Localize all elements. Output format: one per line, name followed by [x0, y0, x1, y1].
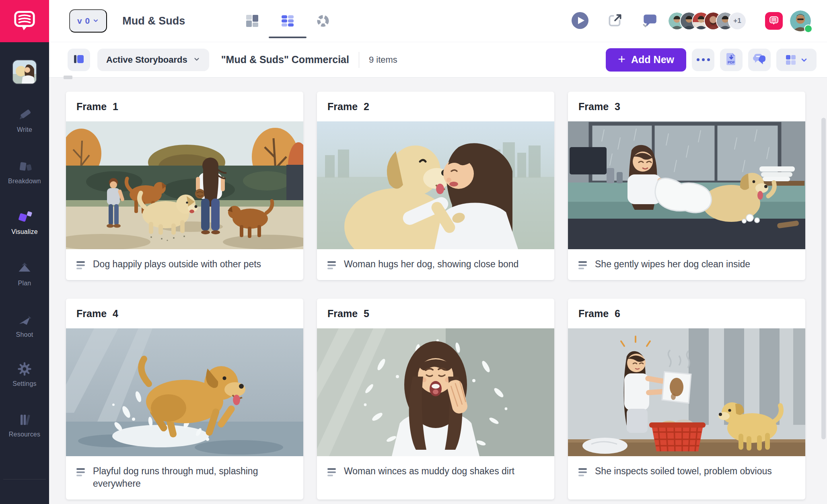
add-new-button[interactable]: + Add New: [606, 48, 686, 72]
sidebar-item-breakdown[interactable]: Breakdown: [0, 158, 49, 185]
frame-number: 3: [615, 101, 620, 113]
description-icon: [76, 258, 85, 269]
frame-label: Frame: [76, 308, 107, 320]
storyboards-dropdown[interactable]: Active Storyboards: [97, 49, 209, 71]
help-button[interactable]: [765, 12, 783, 30]
app-logo[interactable]: [0, 0, 49, 42]
comments-panel-button[interactable]: [748, 49, 771, 71]
frame-header: Frame 5: [317, 299, 554, 328]
sidebar-item-shoot[interactable]: Shoot: [0, 312, 49, 338]
storyboards-dropdown-label: Active Storyboards: [106, 55, 187, 65]
sidebar-item-label: Resources: [9, 431, 40, 438]
avatar-stack: +1: [669, 12, 746, 29]
sidebar-item-label: Shoot: [16, 331, 33, 338]
write-icon: [16, 107, 33, 123]
chevron-down-icon: [800, 56, 808, 64]
svg-text:PDF: PDF: [728, 60, 735, 64]
frame-caption[interactable]: Playful dog runs through mud, splashing …: [66, 456, 303, 500]
storyboard-card[interactable]: Frame 4: [66, 299, 303, 500]
app-root: Write Breakdown Visualize Plan Shoot: [0, 0, 827, 504]
frame-6-image[interactable]: [568, 328, 805, 456]
avatar-overflow-badge[interactable]: +1: [729, 12, 746, 29]
share-button[interactable]: [607, 12, 623, 30]
frame-caption-text: She gently wipes her dog clean inside: [595, 258, 750, 270]
frame-number: 1: [113, 101, 118, 113]
visualize-icon: [16, 209, 33, 225]
frame-number: 6: [615, 308, 620, 320]
frame-label: Frame: [327, 308, 358, 320]
grid-layout-dropdown[interactable]: [776, 49, 817, 71]
user-avatar[interactable]: [790, 10, 811, 31]
sidebar-item-visualize[interactable]: Visualize: [0, 209, 49, 236]
storyboard-card[interactable]: Frame 5: [317, 299, 554, 500]
sidebar-item-resources[interactable]: Resources: [0, 412, 49, 438]
frame-number: 4: [113, 308, 118, 320]
frame-number: 5: [364, 308, 369, 320]
plus-icon: +: [618, 53, 625, 66]
sidebar-divider: [3, 479, 46, 479]
frame-caption-text: She inspects soiled towel, problem obvio…: [595, 465, 772, 477]
online-status-dot: [805, 25, 812, 32]
shoot-icon: [16, 312, 33, 328]
toolbar-divider: [359, 52, 359, 68]
grid-view-icon[interactable]: [281, 14, 294, 28]
storyboard-card[interactable]: Frame 3: [568, 92, 805, 280]
comment-bubble-icon: [641, 12, 658, 30]
frame-caption[interactable]: Woman hugs her dog, showing close bond: [317, 249, 554, 280]
sidebar: Write Breakdown Visualize Plan Shoot: [0, 0, 49, 504]
sidebar-item-write[interactable]: Write: [0, 107, 49, 133]
frame-caption-text: Woman hugs her dog, showing close bond: [344, 258, 518, 270]
ellipsis-icon: [697, 58, 710, 61]
frame-caption[interactable]: Woman winces as muddy dog shakes dirt: [317, 456, 554, 487]
description-icon: [327, 465, 336, 476]
frame-caption[interactable]: She inspects soiled towel, problem obvio…: [568, 456, 805, 487]
storyboard-card[interactable]: Frame 2: [317, 92, 554, 280]
sidebar-panel-toggle[interactable]: [68, 49, 90, 71]
play-button[interactable]: [571, 12, 589, 31]
frame-label: Frame: [578, 308, 609, 320]
sidebar-item-plan[interactable]: Plan: [0, 260, 49, 287]
export-pdf-button[interactable]: PDF: [720, 49, 743, 71]
version-label: v 0: [77, 16, 90, 26]
sidebar-item-settings[interactable]: Settings: [0, 361, 49, 387]
frame-label: Frame: [327, 101, 358, 113]
frame-2-image[interactable]: [317, 121, 554, 249]
chevron-down-icon: [93, 16, 99, 26]
frame-header: Frame 2: [317, 92, 554, 121]
version-dropdown[interactable]: v 0: [69, 9, 107, 33]
project-thumbnail[interactable]: [13, 60, 36, 84]
description-icon: [578, 465, 587, 476]
chevron-down-icon: [193, 55, 200, 65]
plan-icon: [16, 260, 33, 277]
shutter-view-icon[interactable]: [316, 14, 330, 28]
board-title: Mud & Suds: [122, 15, 185, 27]
frame-5-image[interactable]: [317, 328, 554, 456]
share-icon: [607, 12, 623, 30]
description-icon: [76, 465, 85, 476]
chat-bubbles-icon: [751, 51, 767, 68]
frame-caption[interactable]: She gently wipes her dog clean inside: [568, 249, 805, 280]
comments-button[interactable]: [641, 12, 658, 30]
speech-bubble-icon: [769, 15, 779, 27]
frame-caption-text: Playful dog runs through mud, splashing …: [93, 465, 293, 490]
frame-header: Frame 1: [66, 92, 303, 121]
play-icon: [571, 12, 589, 31]
storyboard-card[interactable]: Frame 6: [568, 299, 805, 500]
description-icon: [578, 258, 587, 269]
mosaic-view-icon[interactable]: [245, 14, 259, 28]
vertical-scrollbar-thumb[interactable]: [821, 118, 826, 439]
more-options-button[interactable]: [692, 49, 714, 71]
frame-1-image[interactable]: [66, 121, 303, 249]
items-count: 9 items: [369, 55, 397, 65]
toolbar-actions: + Add New PDF: [606, 48, 817, 72]
frame-label: Frame: [578, 101, 609, 113]
frame-caption[interactable]: Dog happily plays outside with other pet…: [66, 249, 303, 280]
frame-4-image[interactable]: [66, 328, 303, 456]
frame-number: 2: [364, 101, 369, 113]
breakdown-icon: [16, 158, 33, 174]
frame-3-image[interactable]: [568, 121, 805, 249]
panel-layout-icon: [72, 52, 86, 67]
sidebar-item-label: Write: [17, 126, 32, 133]
storyboard-card[interactable]: Frame 1: [66, 92, 303, 280]
sidebar-item-label: Visualize: [11, 228, 38, 236]
